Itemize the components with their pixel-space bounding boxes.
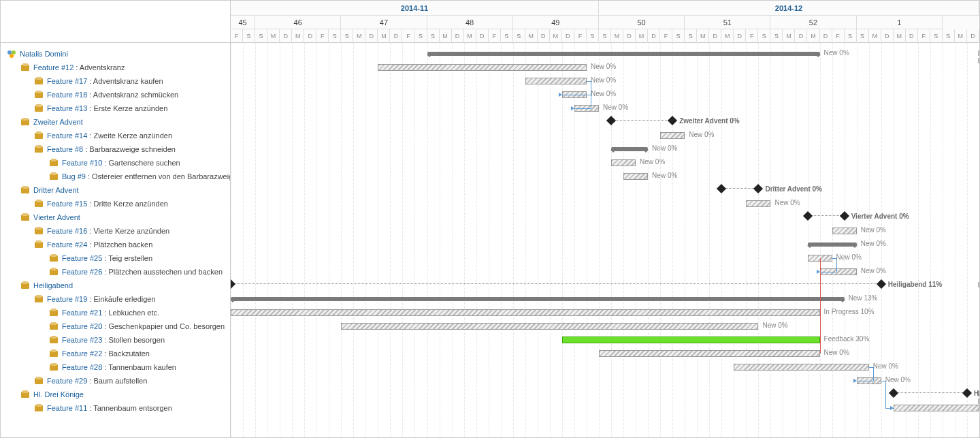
task-link[interactable]: Feature #23 bbox=[62, 336, 102, 344]
tree-row[interactable]: Feature #20: Geschenkpapier und Co. beso… bbox=[1, 319, 230, 333]
tree-row[interactable]: Feature #18: Adventskranz schmücken bbox=[1, 88, 230, 101]
task-link[interactable]: Feature #15 bbox=[47, 200, 87, 208]
gantt-bar[interactable] bbox=[231, 309, 820, 316]
bar-label: New 0% bbox=[591, 63, 616, 70]
tree-row[interactable]: Feature #26: Plätzchen ausstechen und ba… bbox=[1, 265, 230, 279]
task-link[interactable]: Zweiter Advent bbox=[33, 118, 83, 126]
gantt-bar[interactable] bbox=[341, 323, 758, 330]
day-cell: M bbox=[611, 29, 623, 43]
bar-row: Feedback 30% bbox=[231, 333, 979, 347]
tree-row[interactable]: Feature #12: Adventskranz bbox=[1, 61, 230, 74]
task-link[interactable]: Vierter Advent bbox=[33, 213, 80, 221]
gantt-bar[interactable] bbox=[832, 228, 857, 234]
task-link[interactable]: Feature #28 bbox=[62, 363, 102, 371]
task-link[interactable]: Feature #10 bbox=[62, 159, 102, 167]
task-link[interactable]: Feature #11 bbox=[47, 404, 87, 412]
milestone-icon[interactable] bbox=[840, 211, 849, 221]
tree-row[interactable]: Feature #15: Dritte Kerze anzünden bbox=[1, 197, 230, 210]
gantt-bar[interactable] bbox=[562, 337, 820, 343]
chart-area[interactable]: New 0%Natalis DominiNew 0%New 0%New 0%Ne… bbox=[231, 43, 979, 437]
task-link[interactable]: Hl. Drei Könige bbox=[33, 390, 84, 398]
task-link[interactable]: Feature #12 bbox=[33, 63, 74, 72]
tree-row[interactable]: Feature #11: Tannenbaum entsorgen bbox=[1, 401, 230, 415]
task-link[interactable]: Dritter Advent bbox=[33, 186, 79, 194]
tree-row[interactable]: Feature #21: Lebkuchen etc. bbox=[1, 306, 230, 319]
tree-row[interactable]: Vierter Advent bbox=[1, 210, 230, 224]
task-link[interactable]: Feature #22 bbox=[62, 349, 102, 358]
task-link[interactable]: Feature #14 bbox=[47, 131, 87, 140]
gantt-bar[interactable] bbox=[599, 350, 820, 357]
gantt-bar[interactable] bbox=[746, 200, 770, 207]
bar-row: Dritter Advent 0% bbox=[231, 183, 979, 197]
task-link[interactable]: Bug #9 bbox=[62, 172, 86, 181]
task-link[interactable]: Natalis Domini bbox=[20, 50, 68, 58]
day-cell: S bbox=[770, 29, 783, 43]
group-label: Heiligabend bbox=[978, 281, 979, 289]
tree-row[interactable]: Feature #10: Gartenschere suchen bbox=[1, 156, 230, 170]
task-link[interactable]: Feature #18 bbox=[47, 91, 87, 99]
tree-row[interactable]: Feature #23: Stollen besorgen bbox=[1, 333, 230, 347]
tree-row[interactable]: Heiligabend bbox=[1, 279, 230, 292]
milestone-icon[interactable] bbox=[877, 279, 886, 289]
tree-row[interactable]: Feature #19: Einkäufe erledigen bbox=[1, 292, 230, 306]
task-link[interactable]: Feature #29 bbox=[47, 377, 87, 385]
bar-label: New 0% bbox=[861, 267, 886, 275]
gantt-bar[interactable] bbox=[660, 132, 685, 139]
task-link[interactable]: Feature #25 bbox=[62, 254, 102, 262]
week-cell: 49 bbox=[513, 16, 599, 29]
week-cell: 47 bbox=[341, 16, 427, 29]
tree-row[interactable]: Feature #29: Baum aufstellen bbox=[1, 374, 230, 388]
task-link[interactable]: Feature #16 bbox=[47, 227, 87, 235]
tree-row[interactable]: Bug #9: Ostereier entfernen von den Barb… bbox=[1, 170, 230, 183]
svg-rect-6 bbox=[36, 77, 42, 80]
bar-row: New 0% bbox=[231, 129, 979, 142]
tree-row[interactable]: Feature #16: Vierte Kerze anzünden bbox=[1, 224, 230, 238]
gantt-bar[interactable] bbox=[427, 52, 820, 56]
task-link[interactable]: Feature #21 bbox=[62, 309, 102, 317]
tree-row[interactable]: Feature #13: Erste Kerze anzünden bbox=[1, 101, 230, 115]
day-cell: F bbox=[832, 29, 845, 43]
task-link[interactable]: Feature #24 bbox=[47, 240, 87, 249]
tree-row[interactable]: Feature #22: Backzutaten bbox=[1, 347, 230, 360]
tree-row[interactable]: Natalis Domini bbox=[1, 47, 230, 61]
milestone-label: Zweiter Advent 0% bbox=[679, 117, 740, 125]
gantt-bar[interactable] bbox=[894, 405, 979, 411]
day-cell: D bbox=[390, 29, 402, 43]
task-link[interactable]: Heiligabend bbox=[33, 281, 73, 290]
milestone-icon[interactable] bbox=[668, 116, 677, 125]
milestone-icon[interactable] bbox=[606, 116, 616, 125]
version-icon bbox=[20, 116, 31, 127]
tree-row[interactable]: Feature #17: Adventskranz kaufen bbox=[1, 74, 230, 88]
tree-row[interactable]: Feature #8: Barbarazweige schneiden bbox=[1, 142, 230, 156]
gantt-bar[interactable] bbox=[525, 78, 587, 84]
milestone-icon[interactable] bbox=[753, 184, 763, 193]
gantt-bar[interactable] bbox=[808, 243, 857, 247]
tree-row[interactable]: Dritter Advent bbox=[1, 183, 230, 197]
milestone-icon[interactable] bbox=[802, 211, 812, 221]
gantt-bar[interactable] bbox=[378, 64, 587, 71]
milestone-icon[interactable] bbox=[717, 184, 726, 193]
gantt-bar[interactable] bbox=[623, 173, 648, 180]
task-desc: : Ostereier entfernen von den Barbarazwe… bbox=[88, 172, 231, 181]
tree-row[interactable]: Hl. Drei Könige bbox=[1, 388, 230, 401]
task-link[interactable]: Feature #26 bbox=[62, 268, 102, 276]
task-link[interactable]: Feature #8 bbox=[47, 145, 83, 153]
gantt-bar[interactable] bbox=[611, 147, 648, 151]
tree-row[interactable]: Feature #25: Teig erstellen bbox=[1, 251, 230, 265]
tree-row[interactable]: Feature #28: Tannenbaum kaufen bbox=[1, 360, 230, 374]
tree-row[interactable]: Feature #14: Zweite Kerze anzünden bbox=[1, 129, 230, 142]
task-link[interactable]: Feature #20 bbox=[62, 322, 102, 330]
bar-row: New 0% bbox=[231, 265, 979, 279]
milestone-icon[interactable] bbox=[962, 388, 972, 398]
milestone-icon[interactable] bbox=[889, 388, 898, 398]
gantt-bar[interactable] bbox=[231, 297, 845, 301]
task-link[interactable]: Feature #17 bbox=[47, 77, 87, 85]
gantt-bar[interactable] bbox=[734, 364, 868, 371]
task-desc: : Tannenbaum entsorgen bbox=[89, 404, 172, 412]
gantt-bar[interactable] bbox=[611, 159, 636, 166]
tree-row[interactable]: Feature #24: Plätzchen backen bbox=[1, 238, 230, 251]
task-link[interactable]: Feature #19 bbox=[47, 295, 87, 303]
milestone-icon[interactable] bbox=[231, 279, 235, 289]
task-link[interactable]: Feature #13 bbox=[47, 104, 87, 112]
tree-row[interactable]: Zweiter Advent bbox=[1, 115, 230, 129]
